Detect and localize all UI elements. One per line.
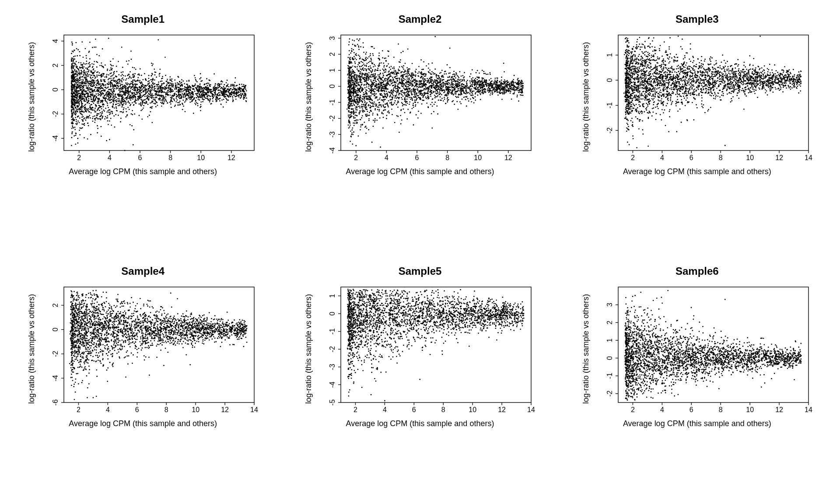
svg-point-16652 — [648, 364, 650, 365]
svg-point-8367 — [759, 74, 760, 76]
svg-point-2520 — [232, 89, 234, 90]
svg-point-17520 — [695, 362, 696, 363]
svg-point-17170 — [644, 356, 645, 357]
svg-point-10815 — [124, 326, 126, 327]
svg-point-17726 — [775, 354, 777, 356]
svg-point-9039 — [789, 83, 791, 84]
svg-point-13772 — [373, 367, 374, 368]
svg-point-17139 — [679, 367, 680, 368]
svg-point-15699 — [668, 376, 670, 377]
svg-point-5544 — [487, 83, 488, 84]
svg-point-8848 — [791, 80, 792, 81]
svg-point-15987 — [750, 364, 752, 365]
svg-point-13976 — [429, 308, 430, 309]
svg-point-10714 — [101, 333, 102, 335]
svg-point-66 — [210, 100, 211, 101]
svg-point-9307 — [147, 337, 148, 338]
svg-point-671 — [183, 105, 184, 107]
svg-point-10087 — [112, 364, 113, 366]
svg-point-8851 — [694, 98, 696, 100]
svg-point-5376 — [435, 83, 437, 84]
svg-point-5819 — [379, 81, 381, 83]
svg-point-15742 — [626, 358, 627, 360]
svg-point-9597 — [162, 339, 164, 340]
svg-point-6477 — [694, 70, 695, 71]
svg-point-13595 — [353, 315, 354, 317]
svg-point-17134 — [632, 349, 633, 350]
svg-point-16686 — [710, 359, 711, 360]
svg-point-6709 — [717, 78, 718, 79]
svg-point-5178 — [394, 77, 396, 78]
svg-point-5563 — [490, 78, 492, 79]
svg-point-11387 — [76, 321, 77, 322]
svg-point-1436 — [124, 98, 126, 99]
svg-point-14831 — [472, 310, 473, 311]
svg-point-7745 — [701, 56, 702, 57]
svg-point-9249 — [211, 333, 213, 334]
svg-point-16273 — [649, 339, 650, 340]
svg-point-15108 — [693, 318, 694, 320]
svg-point-5206 — [351, 98, 353, 100]
svg-point-7887 — [794, 74, 795, 76]
svg-point-6290 — [648, 84, 649, 86]
svg-point-10295 — [77, 343, 78, 344]
svg-point-4026 — [444, 84, 446, 86]
svg-point-14123 — [415, 319, 416, 320]
svg-point-11254 — [225, 324, 227, 325]
svg-point-13607 — [389, 326, 390, 327]
svg-point-15425 — [649, 319, 650, 321]
svg-point-13850 — [399, 309, 401, 311]
svg-point-7791 — [781, 84, 783, 85]
svg-point-8662 — [654, 73, 656, 74]
svg-point-5885 — [438, 82, 439, 83]
svg-point-15285 — [661, 344, 662, 346]
svg-point-2896 — [164, 83, 165, 84]
svg-point-13913 — [360, 344, 361, 345]
svg-point-2027 — [114, 90, 115, 91]
svg-point-15455 — [680, 361, 682, 363]
svg-point-14643 — [349, 295, 350, 297]
svg-point-13334 — [395, 341, 396, 342]
svg-point-13372 — [518, 304, 519, 305]
svg-point-16431 — [678, 342, 679, 343]
svg-point-6595 — [636, 44, 637, 46]
svg-point-8058 — [792, 77, 793, 78]
svg-point-11989 — [71, 361, 72, 363]
svg-point-7709 — [628, 83, 629, 84]
svg-point-6399 — [678, 68, 679, 69]
svg-point-5280 — [516, 84, 518, 85]
svg-point-13822 — [373, 293, 374, 294]
svg-point-4841 — [360, 111, 361, 112]
svg-point-10112 — [82, 340, 84, 342]
svg-point-6225 — [760, 84, 762, 85]
svg-point-2378 — [108, 79, 109, 80]
svg-point-13140 — [357, 329, 358, 330]
svg-point-13791 — [450, 325, 452, 326]
svg-point-1040 — [194, 91, 196, 92]
svg-point-2241 — [190, 96, 192, 98]
svg-point-17028 — [628, 326, 630, 328]
svg-point-13025 — [363, 309, 364, 310]
svg-point-8974 — [669, 94, 670, 96]
svg-point-13208 — [376, 317, 378, 318]
svg-point-9896 — [189, 364, 191, 365]
svg-point-15406 — [625, 371, 626, 372]
svg-point-11671 — [143, 313, 144, 315]
svg-point-4675 — [520, 94, 521, 96]
svg-point-14472 — [498, 332, 499, 333]
svg-point-137 — [94, 122, 96, 123]
svg-point-11939 — [72, 344, 74, 346]
svg-point-5384 — [401, 52, 402, 53]
svg-point-17135 — [637, 378, 639, 379]
svg-point-15610 — [706, 366, 707, 367]
svg-point-2532 — [225, 92, 226, 93]
svg-point-6199 — [680, 80, 682, 81]
svg-point-14583 — [352, 308, 353, 310]
svg-point-2922 — [130, 83, 132, 84]
plot-wrap: log-ratio (this sample vs others)2468101… — [581, 284, 813, 415]
svg-point-15561 — [635, 317, 637, 318]
svg-point-5349 — [374, 102, 375, 103]
svg-point-11346 — [216, 341, 217, 343]
svg-point-14158 — [390, 302, 391, 303]
svg-point-12454 — [355, 372, 356, 373]
